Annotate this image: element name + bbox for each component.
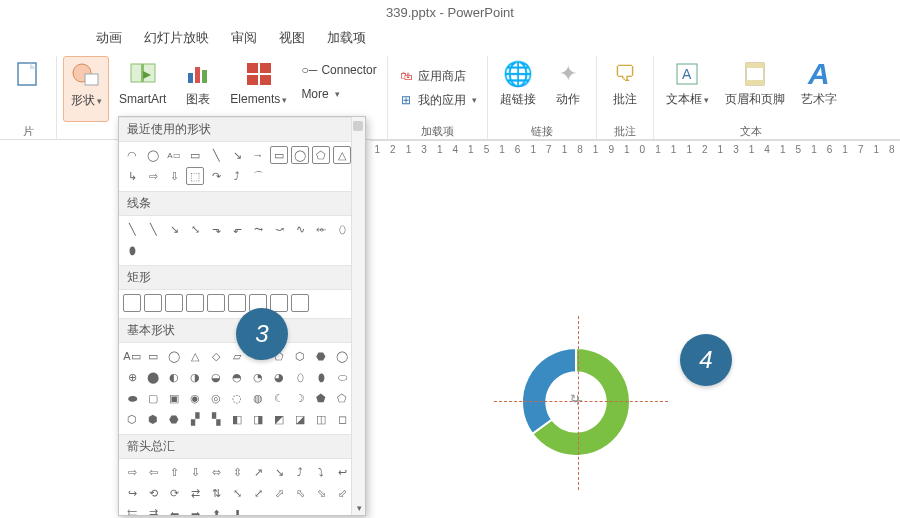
- shape-option[interactable]: [207, 294, 225, 312]
- shape-option[interactable]: ⇦: [144, 463, 162, 481]
- shape-option[interactable]: ⇩: [186, 463, 204, 481]
- shape-option[interactable]: ╲: [123, 220, 141, 238]
- shape-option[interactable]: ⬃: [333, 484, 351, 502]
- shape-option[interactable]: ➡: [186, 505, 204, 515]
- shape-option[interactable]: ◨: [249, 410, 267, 428]
- shape-option[interactable]: A▭: [123, 347, 141, 365]
- wordart-button[interactable]: A 艺术字: [795, 56, 843, 122]
- donut-shape[interactable]: ↻: [518, 344, 634, 460]
- shape-option[interactable]: ⌒: [249, 167, 267, 185]
- shape-option[interactable]: ╲: [207, 146, 225, 164]
- shape-option[interactable]: ⤢: [249, 484, 267, 502]
- connector-button[interactable]: ○─ Connector: [297, 60, 380, 80]
- shape-option[interactable]: ▚: [207, 410, 225, 428]
- shape-option[interactable]: ⬟: [312, 389, 330, 407]
- shape-option[interactable]: ⬐: [228, 220, 246, 238]
- shape-option[interactable]: ⬯: [291, 368, 309, 386]
- shape-option[interactable]: ◎: [207, 389, 225, 407]
- shape-option[interactable]: ⤻: [270, 220, 288, 238]
- shape-option[interactable]: ◇: [207, 347, 225, 365]
- shape-option[interactable]: [144, 294, 162, 312]
- shape-option[interactable]: ⟲: [144, 484, 162, 502]
- shape-option[interactable]: ▣: [165, 389, 183, 407]
- header-footer-button[interactable]: 页眉和页脚: [719, 56, 791, 122]
- shape-option[interactable]: △: [333, 146, 351, 164]
- shape-option[interactable]: ⬣: [312, 347, 330, 365]
- shape-option[interactable]: ⇶: [144, 505, 162, 515]
- shape-option[interactable]: →: [249, 146, 267, 164]
- shape-option[interactable]: ☾: [270, 389, 288, 407]
- shape-option[interactable]: ⇩: [165, 167, 183, 185]
- shape-option[interactable]: [291, 294, 309, 312]
- shape-option[interactable]: ◯: [291, 146, 309, 164]
- shape-option[interactable]: ⬢: [144, 410, 162, 428]
- shape-option[interactable]: ⬣: [165, 410, 183, 428]
- shape-option[interactable]: ◪: [291, 410, 309, 428]
- shape-option[interactable]: ◫: [312, 410, 330, 428]
- shape-option[interactable]: ⬡: [291, 347, 309, 365]
- shape-option[interactable]: ◧: [228, 410, 246, 428]
- shape-option[interactable]: [123, 294, 141, 312]
- shape-option[interactable]: ◠: [123, 146, 141, 164]
- scroll-down-icon[interactable]: ▾: [352, 501, 366, 515]
- menu-view[interactable]: 视图: [279, 29, 305, 47]
- myapps-button[interactable]: ⊞ 我的应用▾: [394, 90, 481, 110]
- shape-option[interactable]: ↪: [123, 484, 141, 502]
- shape-option[interactable]: ↘: [165, 220, 183, 238]
- shape-option[interactable]: ⤴: [228, 167, 246, 185]
- shape-option[interactable]: ▭: [186, 146, 204, 164]
- shape-option[interactable]: ╲: [144, 220, 162, 238]
- shape-option[interactable]: ⊕: [123, 368, 141, 386]
- shape-option[interactable]: [228, 294, 246, 312]
- rotate-handle-icon[interactable]: ↻: [570, 392, 580, 406]
- comment-button[interactable]: 🗨 批注: [603, 56, 647, 122]
- chart-button[interactable]: 图表: [176, 56, 220, 122]
- shape-option[interactable]: ⬅: [165, 505, 183, 515]
- textbox-button[interactable]: A 文本框▾: [660, 56, 715, 122]
- shape-option[interactable]: ∿: [291, 220, 309, 238]
- shape-option[interactable]: ⬬: [123, 389, 141, 407]
- shape-option[interactable]: ⬚: [186, 167, 204, 185]
- shape-option[interactable]: ↷: [207, 167, 225, 185]
- shape-option[interactable]: [186, 294, 204, 312]
- shape-option[interactable]: ⬠: [333, 389, 351, 407]
- shape-option[interactable]: [270, 294, 288, 312]
- slide-canvas[interactable]: ↻: [380, 170, 880, 510]
- shape-option[interactable]: ◯: [165, 347, 183, 365]
- shape-option[interactable]: ⇄: [186, 484, 204, 502]
- menu-review[interactable]: 审阅: [231, 29, 257, 47]
- shape-option[interactable]: [165, 294, 183, 312]
- shape-option[interactable]: ⬆: [207, 505, 225, 515]
- shape-option[interactable]: ⬡: [123, 410, 141, 428]
- shape-option[interactable]: ◓: [228, 368, 246, 386]
- shape-option[interactable]: ⬮: [123, 241, 141, 259]
- more-button[interactable]: More▾: [297, 84, 380, 104]
- menu-addins[interactable]: 加载项: [327, 29, 366, 47]
- shapes-button[interactable]: 形状▾: [63, 56, 109, 122]
- shape-option[interactable]: ◐: [165, 368, 183, 386]
- scroll-thumb[interactable]: [353, 121, 363, 131]
- shape-option[interactable]: ⇅: [207, 484, 225, 502]
- shape-option[interactable]: ⬠: [312, 146, 330, 164]
- partial-button-left[interactable]: [6, 56, 50, 122]
- appstore-button[interactable]: 🛍 应用商店: [394, 66, 481, 86]
- smartart-button[interactable]: SmartArt: [113, 56, 172, 122]
- hyperlink-button[interactable]: 🌐 超链接: [494, 56, 542, 122]
- shape-option[interactable]: ◒: [207, 368, 225, 386]
- shape-option[interactable]: ⤡: [228, 484, 246, 502]
- menu-animation[interactable]: 动画: [96, 29, 122, 47]
- shape-option[interactable]: ⇨: [123, 463, 141, 481]
- shape-option[interactable]: ↩: [333, 463, 351, 481]
- shape-option[interactable]: ⤳: [249, 220, 267, 238]
- shape-option[interactable]: ⬀: [270, 484, 288, 502]
- shape-option[interactable]: ◉: [186, 389, 204, 407]
- elements-button[interactable]: Elements▾: [224, 56, 293, 122]
- shape-option[interactable]: ⬤: [144, 368, 162, 386]
- shape-option[interactable]: ⬮: [312, 368, 330, 386]
- shape-option[interactable]: ☽: [291, 389, 309, 407]
- shape-option[interactable]: ⬂: [312, 484, 330, 502]
- shape-option[interactable]: ◌: [228, 389, 246, 407]
- shape-option[interactable]: ⬁: [291, 484, 309, 502]
- shape-option[interactable]: △: [186, 347, 204, 365]
- shape-option[interactable]: ▭: [270, 146, 288, 164]
